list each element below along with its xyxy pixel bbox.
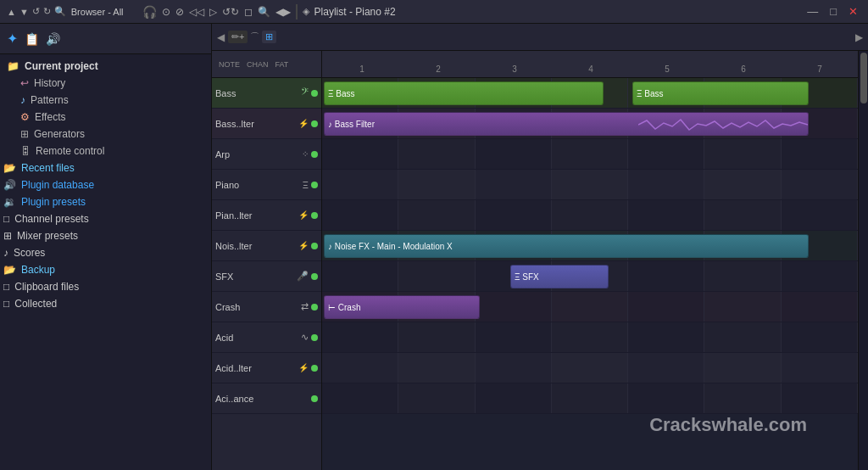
- undo-icon[interactable]: ↺: [32, 6, 40, 17]
- arr-row-aci-ance: [322, 383, 858, 414]
- acid-icon: ∿: [301, 332, 309, 343]
- stop-icon[interactable]: ⊘: [175, 6, 184, 18]
- bassfilter-dot: [311, 120, 318, 127]
- loop-icon[interactable]: ↺↻: [222, 6, 239, 18]
- browser-title: Browser - All: [71, 7, 124, 17]
- track-name-bass: Bass: [215, 88, 298, 98]
- prev-icon[interactable]: ◁◁: [189, 6, 204, 18]
- metronome-icon[interactable]: ◀▶: [275, 6, 291, 18]
- grid-cell: [628, 200, 704, 230]
- redo-icon[interactable]: ↻: [43, 6, 51, 17]
- track-row-crash: Crash ⇄: [212, 292, 321, 322]
- headphone-icon[interactable]: 🎧: [142, 5, 157, 19]
- sidebar-item-mixer-presets[interactable]: ⊞ Mixer presets: [0, 227, 211, 244]
- track-row-arp: Arp ⁘: [212, 139, 321, 170]
- acidfilter-icon: ⚡: [298, 363, 309, 372]
- sidebar-item-patterns[interactable]: ♪ Patterns: [0, 92, 211, 109]
- grid-cell: [782, 200, 858, 230]
- sidebar-item-current-project[interactable]: 📁 Current project: [0, 58, 211, 75]
- nav-grid-icon[interactable]: ⊞: [262, 31, 276, 43]
- grid-cell: [704, 139, 781, 169]
- maximize-button[interactable]: □: [826, 5, 840, 18]
- sidebar-item-scores[interactable]: ♪ Scores: [0, 244, 211, 261]
- clip-bass-filter[interactable]: ♪ Bass Filter: [324, 112, 809, 136]
- clip-noise-fx[interactable]: ♪ Noise FX - Main - Modulation X: [324, 234, 809, 258]
- grid-cell: [782, 139, 858, 169]
- acid-grid: [322, 322, 858, 352]
- close-button[interactable]: ✕: [845, 5, 861, 18]
- browser-search-icon[interactable]: 🔍: [54, 6, 66, 17]
- sidebar-item-effects[interactable]: ⚙ Effects: [0, 109, 211, 126]
- history-icon: ↩: [20, 77, 29, 89]
- clip-bass-2[interactable]: Ξ Bass: [632, 81, 809, 105]
- nav-right-icon[interactable]: ▶: [855, 31, 863, 43]
- playlist-nav-bar: ◀ ✏+ ⌒ ⊞ ▶: [212, 24, 868, 51]
- timeline-header: 1 2 3 4 5 6 7: [322, 51, 858, 78]
- grid-cell: [398, 261, 475, 291]
- sidebar-item-history[interactable]: ↩ History: [0, 75, 211, 92]
- pattern-icon[interactable]: ◻: [244, 6, 253, 18]
- track-row-acid: Acid ∿: [212, 322, 321, 353]
- grid-cell: [628, 170, 704, 199]
- grid-cell: [398, 139, 475, 169]
- sidebar-toolbar: ✦ 📋 🔊: [0, 24, 211, 54]
- clip-bass-1-label: Ξ Bass: [328, 89, 355, 98]
- play-icon[interactable]: ▷: [209, 6, 217, 18]
- grid-cell: [782, 322, 858, 352]
- acidfilter-dot: [311, 365, 318, 372]
- sidebar-item-generators[interactable]: ⊞ Generators: [0, 126, 211, 143]
- sidebar-patterns-label: Patterns: [31, 94, 204, 106]
- track-name-piano-filter: Pian..lter: [215, 210, 296, 221]
- sidebar-remote-label: Remote control: [36, 145, 204, 157]
- nav-curve-icon[interactable]: ⌒: [250, 31, 259, 43]
- sidebar-item-backup[interactable]: 📂 Backup: [0, 261, 211, 278]
- track-name-sfx: SFX: [215, 271, 294, 282]
- clip-crash[interactable]: ⊢ Crash: [324, 295, 480, 319]
- grid-cell: [704, 353, 781, 383]
- arrow-down-icon[interactable]: ▼: [19, 7, 29, 17]
- sidebar-item-channel-presets[interactable]: □ Channel presets: [0, 210, 211, 227]
- grid-cell: [476, 383, 552, 413]
- grid-cell: [322, 261, 398, 291]
- minimize-button[interactable]: —: [804, 5, 821, 18]
- nav-left-icon[interactable]: ◀: [217, 31, 225, 43]
- clip-bass-1[interactable]: Ξ Bass: [324, 81, 604, 105]
- sidebar-item-recent-files[interactable]: 📂 Recent files: [0, 159, 211, 176]
- zoom-icon[interactable]: 🔍: [258, 6, 270, 18]
- playlist-icon[interactable]: ◈: [303, 6, 309, 17]
- playlist-nav-tools: ✏+ ⌒ ⊞: [228, 31, 276, 43]
- copy-icon[interactable]: 📋: [25, 32, 39, 46]
- acidfilter-grid: [322, 353, 858, 383]
- speaker-icon[interactable]: 🔊: [46, 32, 60, 46]
- clip-sfx-label: Ξ SFX: [515, 272, 539, 282]
- track-row-acid-filter: Acid..lter ⚡: [212, 353, 321, 383]
- playlist-content: NOTE CHAN FAT Bass 𝄢 Bass..lter ⚡: [212, 51, 868, 470]
- sidebar-item-plugin-database[interactable]: 🔊 Plugin database: [0, 176, 211, 193]
- grid-cell: [552, 353, 628, 383]
- sidebar-recent-label: Recent files: [21, 162, 204, 174]
- grid-cell: [322, 383, 398, 413]
- crash-dot: [311, 304, 318, 311]
- record-icon[interactable]: ⊙: [162, 6, 170, 18]
- scrollbar-thumb[interactable]: [860, 53, 867, 104]
- bass-clef-icon: 𝄢: [301, 86, 309, 100]
- track-row-bass: Bass 𝄢: [212, 78, 321, 109]
- sidebar-item-remote-control[interactable]: 🎛 Remote control: [0, 143, 211, 159]
- sidebar-item-plugin-presets[interactable]: 🔉 Plugin presets: [0, 193, 211, 210]
- sidebar-item-clipboard-files[interactable]: □ Clipboard files: [0, 278, 211, 295]
- clip-sfx[interactable]: Ξ SFX: [510, 265, 609, 288]
- grid-cell: [398, 170, 475, 199]
- main-content: ✦ 📋 🔊 📁 Current project ↩ History ♪ Patt…: [0, 24, 868, 470]
- grid-cell: [704, 322, 781, 352]
- playlist-title: Playlist - Piano #2: [314, 6, 396, 18]
- vertical-scrollbar[interactable]: [858, 51, 868, 470]
- clip-crash-label: ⊢ Crash: [328, 303, 360, 312]
- pin-icon[interactable]: ✦: [7, 31, 18, 47]
- sidebar-plugin-db-label: Plugin database: [21, 179, 204, 191]
- arrow-up-icon[interactable]: ▲: [7, 7, 16, 17]
- grid-cell: [782, 353, 858, 383]
- nav-pencil-icon[interactable]: ✏+: [228, 31, 248, 43]
- grid-cell: [322, 353, 398, 383]
- sidebar-item-collected[interactable]: □ Collected: [0, 295, 211, 312]
- clipboard-icon: □: [3, 281, 9, 293]
